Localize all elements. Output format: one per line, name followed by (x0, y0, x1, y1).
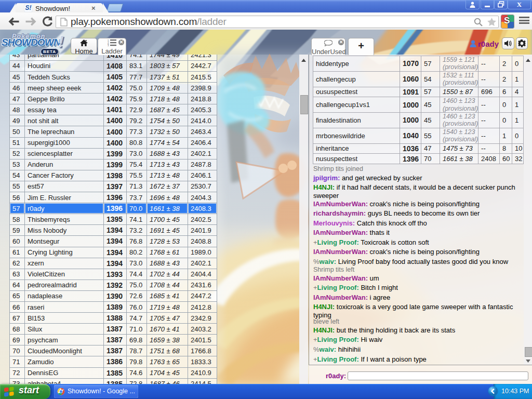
svg-text:3: 3 (108, 44, 109, 46)
